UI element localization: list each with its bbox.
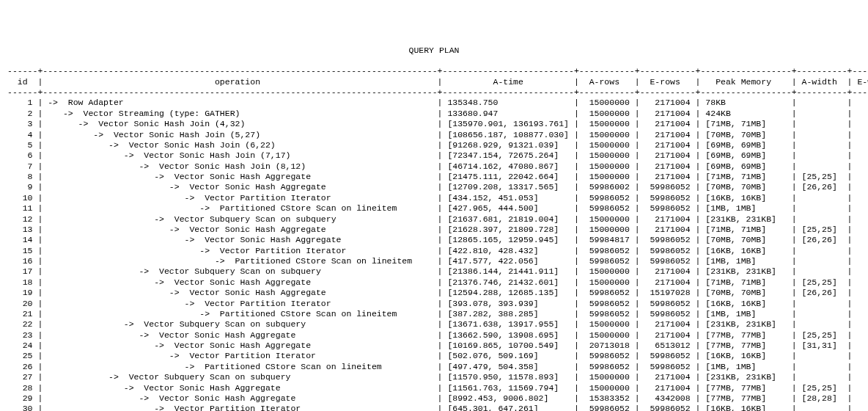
plan-title: QUERY PLAN <box>7 46 861 56</box>
plan-row: 12 | -> Vector Subquery Scan on subquery… <box>7 214 861 225</box>
plan-row: 29 | -> Vector Sonic Hash Aggregate | [8… <box>7 393 861 404</box>
divider-line: ------+---------------------------------… <box>7 66 861 76</box>
plan-row: 19 | -> Vector Sonic Hash Aggregate | [1… <box>7 288 861 298</box>
plan-row: 3 | -> Vector Sonic Hash Join (4,32) | [… <box>7 119 861 129</box>
plan-row: 24 | -> Vector Sonic Hash Aggregate | [1… <box>7 341 861 351</box>
plan-row: 20 | -> Vector Partition Iterator | [393… <box>7 299 861 309</box>
plan-row: 1 | -> Row Adapter | 135348.750 | 150000… <box>7 98 861 108</box>
plan-row: 23 | -> Vector Sonic Hash Aggregate | [1… <box>7 330 861 341</box>
plan-row: 21 | -> Partitioned CStore Scan on linei… <box>7 309 861 319</box>
plan-row: 25 | -> Vector Partition Iterator | [502… <box>7 351 861 361</box>
query-plan-table: ------+---------------------------------… <box>7 66 861 411</box>
plan-row: 9 | -> Vector Sonic Hash Aggregate | [12… <box>7 182 861 192</box>
plan-row: 17 | -> Vector Subquery Scan on subquery… <box>7 266 861 277</box>
divider-line: ------+---------------------------------… <box>7 87 861 98</box>
plan-row: 11 | -> Partitioned CStore Scan on linei… <box>7 203 861 214</box>
plan-row: 4 | -> Vector Sonic Hash Join (5,27) | [… <box>7 130 861 140</box>
plan-row: 14 | -> Vector Sonic Hash Aggregate | [1… <box>7 235 861 245</box>
plan-row: 10 | -> Vector Partition Iterator | [434… <box>7 193 861 203</box>
plan-row: 8 | -> Vector Sonic Hash Aggregate | [21… <box>7 172 861 182</box>
plan-row: 16 | -> Partitioned CStore Scan on linei… <box>7 256 861 266</box>
plan-row: 2 | -> Vector Streaming (type: GATHER) |… <box>7 109 861 119</box>
plan-row: 27 | -> Vector Subquery Scan on subquery… <box>7 372 861 382</box>
plan-row: 26 | -> Partitioned CStore Scan on linei… <box>7 362 861 372</box>
plan-row: 22 | -> Vector Subquery Scan on subquery… <box>7 319 861 330</box>
header-row: id | operation | A-time | A-rows | E-row… <box>7 77 861 87</box>
plan-row: 18 | -> Vector Sonic Hash Aggregate | [2… <box>7 277 861 288</box>
plan-row: 30 | -> Vector Partition Iterator | [645… <box>7 404 861 411</box>
plan-row: 6 | -> Vector Sonic Hash Join (7,17) | [… <box>7 150 861 161</box>
plan-row: 5 | -> Vector Sonic Hash Join (6,22) | [… <box>7 140 861 150</box>
plan-row: 13 | -> Vector Sonic Hash Aggregate | [2… <box>7 225 861 235</box>
plan-row: 28 | -> Vector Sonic Hash Aggregate | [1… <box>7 383 861 393</box>
plan-row: 7 | -> Vector Sonic Hash Join (8,12) | [… <box>7 161 861 172</box>
plan-row: 15 | -> Vector Partition Iterator | [422… <box>7 246 861 256</box>
